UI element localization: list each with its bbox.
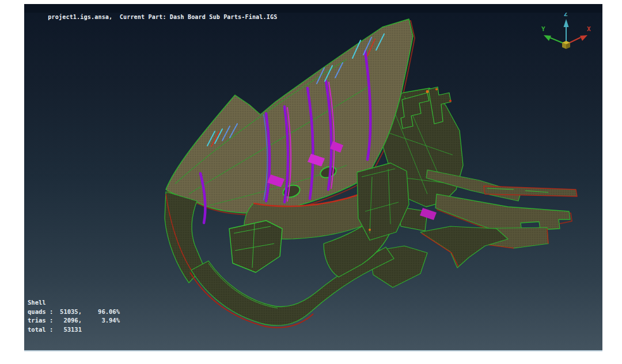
axis-x-label: X [587,25,591,33]
axis-z-arrow: Z [564,10,569,44]
stats-title-row: Shell [28,298,120,308]
trias-count: 2096, [58,316,82,325]
stats-row-trias: trias : 2096, 3.94% [28,316,120,325]
graphics-viewport[interactable]: project1.igs.ansa, Current Part: Dash Bo… [24,4,602,351]
trias-percentage: 3.94% [82,316,120,325]
axis-x-arrow: X [566,25,591,44]
dashboard-mesh-model[interactable] [165,19,577,328]
axis-y-label: Y [541,25,545,33]
element-statistics: Shell quads : 51035, 96.06% trias : 2096… [28,298,120,334]
origin-cube [562,41,570,49]
total-count: 53131 [58,325,82,335]
quads-label: quads : [28,308,58,317]
quads-count: 51035, [58,308,82,317]
axis-y-arrow: Y [541,25,566,44]
total-label: total : [28,325,58,335]
stats-row-total: total : 53131 [28,325,120,335]
stats-title: Shell [28,298,46,308]
quads-percentage: 96.06% [82,308,120,317]
session-and-part-title: project1.igs.ansa, Current Part: Dash Bo… [48,14,277,20]
stats-row-quads: quads : 51035, 96.06% [28,308,120,317]
total-percentage [82,325,120,335]
window-title-bar: project1.igs.ansa, Current Part: Dash Bo… [24,4,602,13]
trias-label: trias : [28,316,58,325]
application-window: project1.igs.ansa, Current Part: Dash Bo… [0,0,622,364]
right-droop-wing [420,226,508,268]
orientation-triad: Z Y X [541,10,591,49]
